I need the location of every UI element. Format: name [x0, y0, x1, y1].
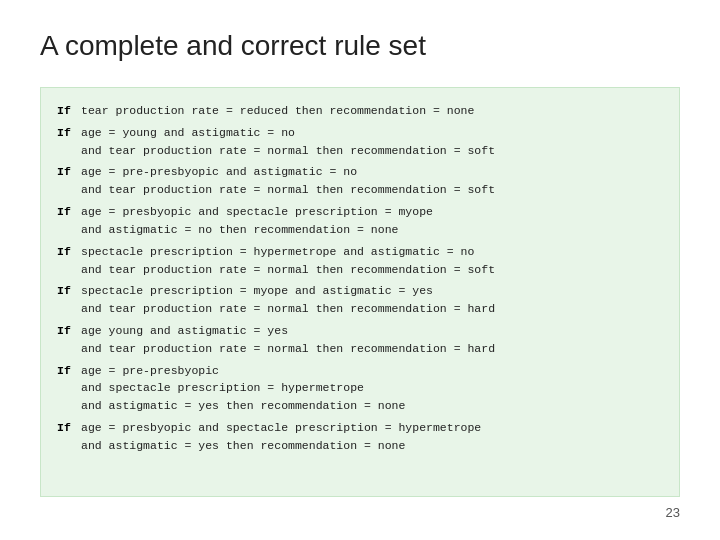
- rule-line: and tear production rate = normal then r…: [81, 181, 663, 199]
- rule-line: and astigmatic = yes then recommendation…: [81, 397, 663, 415]
- rule-keyword: If: [57, 243, 77, 279]
- rule-line: age = pre-presbyopic: [81, 362, 663, 380]
- rule-keyword: If: [57, 419, 77, 455]
- slide-title: A complete and correct rule set: [40, 30, 680, 67]
- rule-content: age = pre-presbyopicand spectacle prescr…: [81, 362, 663, 415]
- rule-keyword: If: [57, 203, 77, 239]
- rule-keyword: If: [57, 163, 77, 199]
- rule-line: and astigmatic = yes then recommendation…: [81, 437, 663, 455]
- rule-keyword: If: [57, 124, 77, 160]
- rule-line: and tear production rate = normal then r…: [81, 340, 663, 358]
- rule-keyword: If: [57, 102, 77, 120]
- rule-item: Iftear production rate = reduced then re…: [57, 102, 663, 120]
- rule-line: age = presbyopic and spectacle prescript…: [81, 419, 663, 437]
- rule-content: spectacle prescription = hypermetrope an…: [81, 243, 663, 279]
- rule-item: Ifage = presbyopic and spectacle prescri…: [57, 203, 663, 239]
- rule-item: Ifspectacle prescription = hypermetrope …: [57, 243, 663, 279]
- rule-content: age young and astigmatic = yesand tear p…: [81, 322, 663, 358]
- rule-line: tear production rate = reduced then reco…: [81, 102, 663, 120]
- rule-line: and astigmatic = no then recommendation …: [81, 221, 663, 239]
- rule-line: age = presbyopic and spectacle prescript…: [81, 203, 663, 221]
- rule-item: Ifage = pre-presbyopicand spectacle pres…: [57, 362, 663, 415]
- rule-item: Ifspectacle prescription = myope and ast…: [57, 282, 663, 318]
- rule-content: tear production rate = reduced then reco…: [81, 102, 663, 120]
- rule-keyword: If: [57, 322, 77, 358]
- rule-keyword: If: [57, 282, 77, 318]
- rule-line: and spectacle prescription = hypermetrop…: [81, 379, 663, 397]
- rule-item: Ifage young and astigmatic = yesand tear…: [57, 322, 663, 358]
- rule-line: spectacle prescription = myope and astig…: [81, 282, 663, 300]
- rule-content: age = pre-presbyopic and astigmatic = no…: [81, 163, 663, 199]
- rule-line: and tear production rate = normal then r…: [81, 142, 663, 160]
- rule-keyword: If: [57, 362, 77, 415]
- rule-item: Ifage = presbyopic and spectacle prescri…: [57, 419, 663, 455]
- slide-number: 23: [40, 505, 680, 520]
- rule-line: age = young and astigmatic = no: [81, 124, 663, 142]
- rule-line: and tear production rate = normal then r…: [81, 300, 663, 318]
- rule-content: age = young and astigmatic = noand tear …: [81, 124, 663, 160]
- rule-line: age = pre-presbyopic and astigmatic = no: [81, 163, 663, 181]
- rule-line: age young and astigmatic = yes: [81, 322, 663, 340]
- rule-item: Ifage = young and astigmatic = noand tea…: [57, 124, 663, 160]
- rule-line: and tear production rate = normal then r…: [81, 261, 663, 279]
- rule-line: spectacle prescription = hypermetrope an…: [81, 243, 663, 261]
- slide-container: A complete and correct rule set Iftear p…: [0, 0, 720, 540]
- rule-item: Ifage = pre-presbyopic and astigmatic = …: [57, 163, 663, 199]
- rule-content: age = presbyopic and spectacle prescript…: [81, 203, 663, 239]
- rule-content: age = presbyopic and spectacle prescript…: [81, 419, 663, 455]
- rule-box: Iftear production rate = reduced then re…: [40, 87, 680, 497]
- rule-content: spectacle prescription = myope and astig…: [81, 282, 663, 318]
